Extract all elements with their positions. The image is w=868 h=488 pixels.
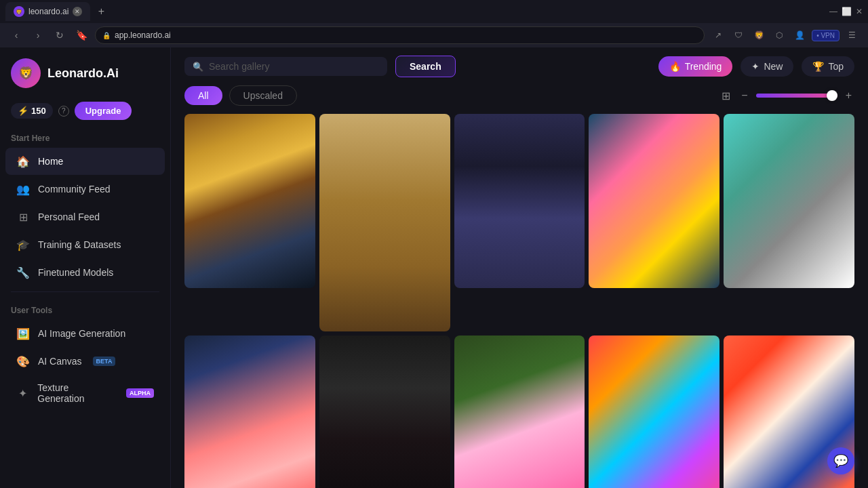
overlay-expand-btn-2[interactable]: ⤢ [426, 119, 445, 138]
zoom-out-btn[interactable]: − [738, 87, 750, 104]
overlay-expand-btn-4[interactable]: ⤢ [695, 119, 714, 138]
active-tab[interactable]: 🦁 leonardo.ai ✕ [5, 2, 90, 21]
overlay-expand-btn-7[interactable]: ⤢ [426, 341, 445, 360]
overlay-expand-btn-8[interactable]: ⤢ [560, 341, 579, 360]
overlay-grid-btn-4[interactable]: ⊞ [649, 119, 668, 138]
bookmark-btn[interactable]: 🔖 [73, 27, 90, 43]
overlay-edit-btn-3[interactable]: ✏ [537, 119, 556, 138]
tab-all[interactable]: All [184, 86, 222, 105]
overlay-top-3: ⊞ ✏ ⤢ [460, 119, 580, 138]
url-text: app.leonardo.ai [115, 30, 171, 40]
overlay-edit-btn-5[interactable]: ✏ [807, 119, 826, 138]
personal-icon: ⊞ [16, 210, 30, 224]
sidebar-item-ai-image-gen[interactable]: 🖼️ AI Image Generation [5, 320, 165, 347]
upgrade-button[interactable]: Upgrade [75, 102, 132, 120]
top-button[interactable]: 🏆 Top [802, 56, 854, 77]
forward-btn[interactable]: › [30, 27, 46, 43]
extensions-btn[interactable]: ⬡ [771, 27, 787, 43]
token-info-icon[interactable]: ? [58, 106, 69, 117]
sidebar-item-home[interactable]: 🏠 Home [5, 148, 165, 175]
address-bar[interactable]: 🔒 app.leonardo.ai [95, 26, 705, 44]
sidebar-label-community: Community Feed [38, 184, 111, 195]
tab-close-btn[interactable]: ✕ [73, 7, 82, 16]
brave-btn[interactable]: 🦁 [751, 27, 767, 43]
overlay-grid-btn-2[interactable]: ⊞ [380, 119, 399, 138]
zoom-in-btn[interactable]: + [843, 87, 854, 104]
overlay-expand-btn-9[interactable]: ⤢ [695, 341, 714, 360]
trending-button[interactable]: 🔥 Trending [658, 56, 733, 77]
window-minimize[interactable]: — [829, 7, 837, 16]
overlay-grid-btn-9[interactable]: ⊞ [649, 341, 668, 360]
beta-badge: BETA [93, 357, 116, 366]
gallery-item-2[interactable]: ⊞ ✏ ⤢ [319, 114, 450, 331]
menu-btn[interactable]: ☰ [844, 27, 860, 43]
overlay-top-7: ⤢ [325, 341, 445, 360]
gallery-item-3[interactable]: ⊞ ✏ ⤢ [454, 114, 585, 288]
gallery-item-1[interactable]: ⊞ ✏ ⤢ [184, 114, 315, 288]
search-container: 🔍 [184, 57, 387, 76]
share-btn[interactable]: ↗ [710, 27, 726, 43]
sidebar-label-texture: Texture Generation [37, 382, 115, 404]
chat-bubble[interactable]: 💬 [827, 447, 854, 474]
zoom-slider[interactable] [756, 94, 837, 98]
finetuned-icon: 🔧 [16, 266, 30, 279]
window-maximize[interactable]: ⬜ [842, 7, 852, 16]
overlay-grid-btn-6[interactable]: ⊞ [245, 341, 264, 360]
overlay-grid-btn-8[interactable]: ⊞ [514, 341, 533, 360]
main-content: 🔍 Search 🔥 Trending ✦ New 🏆 Top All Upsc… [171, 47, 868, 488]
home-icon: 🏠 [16, 155, 30, 168]
sidebar-item-training-datasets[interactable]: 🎓 Training & Datasets [5, 231, 165, 258]
sidebar-section-start: Start Here [0, 125, 170, 147]
sidebar-label-ai-image: AI Image Generation [38, 328, 125, 339]
overlay-expand-btn-6[interactable]: ⤢ [291, 341, 310, 360]
grid-view-btn[interactable]: ⊞ [719, 87, 733, 105]
sidebar-item-personal-feed[interactable]: ⊞ Personal Feed [5, 203, 165, 230]
overlay-edit-btn-1[interactable]: ✏ [268, 119, 287, 138]
filter-tabs-row: All Upscaled ⊞ − + [171, 85, 868, 114]
overlay-edit-btn-9[interactable]: ✏ [672, 341, 691, 360]
gallery-item-6[interactable]: ⊞ ✏ ⤢ [184, 336, 315, 488]
profile-btn[interactable]: 👤 [791, 27, 808, 43]
gallery-item-7[interactable]: ⤢ [319, 336, 450, 488]
tab-bar: 🦁 leonardo.ai ✕ + — ⬜ ✕ [0, 0, 868, 23]
overlay-expand-btn-1[interactable]: ⤢ [291, 119, 310, 138]
gallery-item-9[interactable]: ⊞ ✏ ⤢ [589, 336, 719, 488]
new-button[interactable]: ✦ New [741, 56, 793, 77]
overlay-expand-btn-3[interactable]: ⤢ [560, 119, 579, 138]
overlay-edit-btn-8[interactable]: ✏ [537, 341, 556, 360]
new-tab-btn[interactable]: + [93, 3, 109, 20]
search-button[interactable]: Search [395, 56, 456, 77]
logo-area: 🦁 Leonardo.Ai [0, 47, 170, 96]
shield-btn[interactable]: 🛡 [730, 27, 747, 43]
overlay-top-1: ⊞ ✏ ⤢ [190, 119, 310, 138]
overlay-grid-btn-1[interactable]: ⊞ [245, 119, 264, 138]
sidebar-item-finetuned-models[interactable]: 🔧 Finetuned Models [5, 259, 165, 286]
texture-icon: ✦ [16, 386, 29, 400]
top-icon: 🏆 [812, 61, 824, 72]
sidebar-item-ai-canvas[interactable]: 🎨 AI Canvas BETA [5, 348, 165, 375]
overlay-top-9: ⊞ ✏ ⤢ [594, 341, 714, 360]
reload-btn[interactable]: ↻ [52, 27, 68, 43]
sidebar-item-texture-gen[interactable]: ✦ Texture Generation ALPHA [5, 375, 165, 411]
sidebar-item-community-feed[interactable]: 👥 Community Feed [5, 176, 165, 203]
tab-upscaled[interactable]: Upscaled [229, 85, 297, 106]
back-btn[interactable]: ‹ [8, 27, 24, 43]
browser-chrome: 🦁 leonardo.ai ✕ + — ⬜ ✕ ‹ › ↻ 🔖 🔒 app.le… [0, 0, 868, 47]
search-input[interactable] [209, 61, 379, 72]
gallery-item-4[interactable]: ⊞ ✏ ⤢ [589, 114, 719, 288]
sidebar-label-ai-canvas: AI Canvas [38, 356, 82, 367]
token-row: ⚡ 150 ? Upgrade [0, 96, 170, 125]
window-close[interactable]: ✕ [856, 7, 863, 16]
overlay-grid-btn-5[interactable]: ⊞ [784, 119, 803, 138]
gallery-item-8[interactable]: ⊞ ✏ ⤢ [454, 336, 585, 488]
sidebar-label-finetuned: Finetuned Models [38, 267, 113, 278]
zoom-slider-container[interactable] [756, 94, 837, 98]
toolbar: 🔍 Search 🔥 Trending ✦ New 🏆 Top [171, 47, 868, 85]
overlay-edit-btn-4[interactable]: ✏ [672, 119, 691, 138]
overlay-edit-btn-6[interactable]: ✏ [268, 341, 287, 360]
gallery-grid: ⊞ ✏ ⤢ ⊞ ✏ ⤢ [171, 114, 868, 488]
overlay-grid-btn-3[interactable]: ⊞ [514, 119, 533, 138]
overlay-expand-btn-5[interactable]: ⤢ [830, 119, 849, 138]
gallery-item-5[interactable]: ⊞ ✏ ⤢ [724, 114, 854, 288]
overlay-edit-btn-2[interactable]: ✏ [403, 119, 422, 138]
